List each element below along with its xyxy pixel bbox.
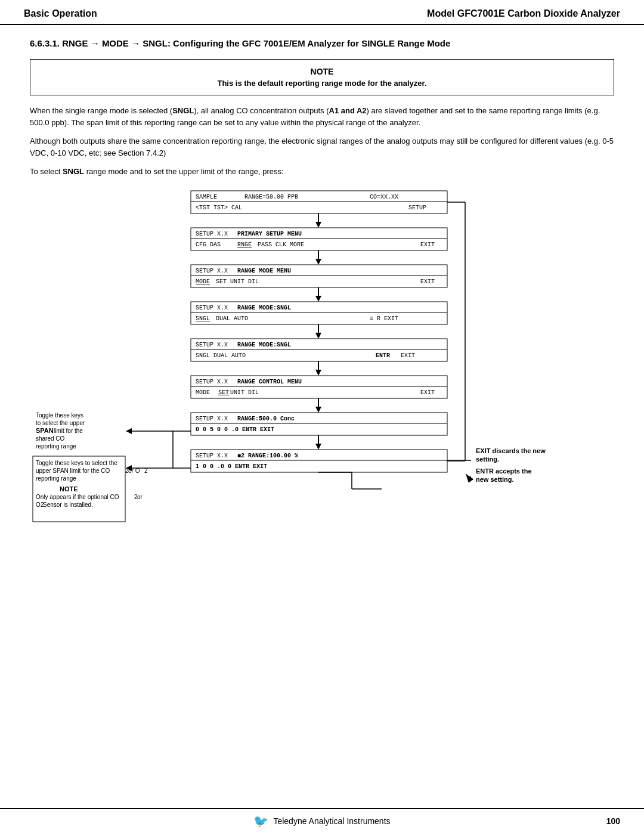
- svg-marker-55: [315, 407, 321, 413]
- svg-text:limit for the: limit for the: [54, 428, 83, 434]
- svg-text:SETUP X.X: SETUP X.X: [196, 342, 228, 348]
- svg-text:O: O: [36, 501, 41, 508]
- svg-text:SETUP X.X: SETUP X.X: [196, 268, 228, 274]
- svg-text:or: or: [137, 494, 143, 500]
- svg-text:0    0    5    0    0    .0  E: 0 0 5 0 0 .0 ENTR EXIT: [196, 426, 274, 433]
- svg-text:RANGE CONTROL MENU: RANGE CONTROL MENU: [237, 379, 302, 385]
- footer-brand: Teledyne Analytical Instruments: [273, 816, 390, 826]
- svg-text:SET: SET: [218, 389, 229, 396]
- svg-text:SETUP: SETUP: [408, 205, 426, 211]
- svg-text:<TST  TST>  CAL: <TST TST> CAL: [196, 205, 242, 211]
- svg-text:new setting.: new setting.: [476, 476, 514, 483]
- svg-text:EXIT: EXIT: [420, 389, 435, 396]
- svg-text:Toggle these keys to select th: Toggle these keys to select the: [36, 460, 117, 466]
- svg-marker-18: [315, 259, 321, 265]
- svg-marker-78: [126, 428, 132, 434]
- svg-text:Sensor is installed.: Sensor is installed.: [43, 501, 93, 508]
- logo-icon: 🐦: [253, 814, 268, 828]
- header-left: Basic Operation: [24, 8, 97, 19]
- svg-text:SNGL: SNGL: [196, 315, 210, 322]
- svg-text:RANGE MODE:SNGL: RANGE MODE:SNGL: [237, 342, 291, 348]
- paragraph-2: Although both outputs share the same con…: [30, 135, 614, 159]
- svg-text:RANGE MODE MENU: RANGE MODE MENU: [237, 268, 291, 274]
- svg-text:1    0    0    .0    0        : 1 0 0 .0 0 ENTR EXIT: [196, 463, 267, 470]
- note-body: This is the default reporting range mode…: [42, 79, 602, 88]
- svg-marker-8: [315, 222, 321, 228]
- paragraph-3: To select SNGL range mode and to set the…: [30, 166, 614, 178]
- svg-text:EXIT: EXIT: [401, 352, 415, 359]
- svg-text:ENTR: ENTR: [376, 352, 390, 359]
- svg-text:SAMPLE: SAMPLE: [196, 194, 217, 200]
- svg-text:SETUP X.X: SETUP X.X: [196, 453, 228, 459]
- svg-text:RANGE MODE:SNGL: RANGE MODE:SNGL: [237, 305, 291, 311]
- svg-text:Only appears if the optional C: Only appears if the optional CO: [36, 494, 119, 500]
- svg-text:2: 2: [144, 467, 148, 474]
- paragraph-1: When the single range mode is selected (…: [30, 105, 614, 128]
- diagram-container: .mono { font-family: 'Courier New', Cour…: [30, 185, 614, 604]
- svg-text:SETUP X.X: SETUP X.X: [196, 231, 228, 237]
- svg-text:DUAL  AUTO: DUAL AUTO: [216, 315, 248, 322]
- svg-text:Toggle these keys: Toggle these keys: [36, 412, 83, 419]
- svg-text:RANGE=50.00 PPB: RANGE=50.00 PPB: [244, 194, 298, 200]
- svg-text:■2 RANGE:100.00 %: ■2 RANGE:100.00 %: [237, 453, 298, 459]
- svg-text:SETUP X.X: SETUP X.X: [196, 416, 228, 422]
- svg-text:ENTR accepts the: ENTR accepts the: [476, 467, 532, 475]
- svg-text:setting.: setting.: [476, 456, 499, 463]
- svg-text:MODE: MODE: [196, 389, 210, 396]
- page-header: Basic Operation Model GFC7001E Carbon Di…: [0, 0, 644, 25]
- svg-marker-62: [315, 444, 321, 450]
- svg-text:to select the upper: to select the upper: [36, 420, 85, 426]
- svg-text:NOTE: NOTE: [60, 485, 78, 493]
- svg-text:EXIT discards the new: EXIT discards the new: [476, 447, 546, 454]
- svg-text:SETUP X.X: SETUP X.X: [196, 379, 228, 385]
- page: Basic Operation Model GFC7001E Carbon Di…: [0, 0, 644, 833]
- svg-marker-36: [315, 333, 321, 339]
- svg-text:MODE: MODE: [196, 278, 210, 285]
- footer-logo: 🐦 Teledyne Analytical Instruments: [253, 814, 390, 828]
- svg-text:CO=XX.XX: CO=XX.XX: [370, 194, 398, 200]
- note-box: NOTE This is the default reporting range…: [30, 59, 614, 95]
- svg-text:SETUP X.X: SETUP X.X: [196, 305, 228, 311]
- svg-marker-27: [315, 296, 321, 302]
- svg-text:EXIT: EXIT: [420, 278, 435, 285]
- svg-text:PASS  CLK  MORE: PASS CLK MORE: [258, 241, 304, 248]
- svg-text:SET  UNIT  DIL: SET UNIT DIL: [216, 278, 259, 285]
- main-content: 6.6.3.1. RNGE → MODE → SNGL: Configuring…: [0, 25, 644, 808]
- page-footer: 🐦 Teledyne Analytical Instruments 100: [0, 808, 644, 833]
- svg-marker-45: [315, 370, 321, 376]
- svg-text:upper SPAN limit for the CO: upper SPAN limit for the CO: [36, 467, 110, 474]
- svg-text:CFG  DAS: CFG DAS: [196, 241, 221, 248]
- svg-text:≡  R  EXIT: ≡ R EXIT: [370, 315, 398, 322]
- svg-text:reporting range: reporting range: [36, 475, 76, 482]
- svg-rect-9: [191, 228, 447, 250]
- diagram-svg: .mono { font-family: 'Courier New', Cour…: [30, 185, 614, 602]
- svg-text:RNGE: RNGE: [237, 241, 252, 248]
- svg-text:UNIT  DIL: UNIT DIL: [230, 389, 259, 396]
- svg-text:SPAN: SPAN: [36, 427, 54, 434]
- svg-text:SNGL  DUAL  AUTO: SNGL DUAL AUTO: [196, 352, 246, 359]
- svg-text:PRIMARY SETUP MENU: PRIMARY SETUP MENU: [237, 231, 302, 237]
- svg-text:RANGE:500.0 Conc: RANGE:500.0 Conc: [237, 416, 295, 422]
- svg-text:EXIT: EXIT: [420, 241, 435, 248]
- svg-text:shared CO: shared CO: [36, 435, 65, 442]
- header-right: Model GFC7001E Carbon Dioxide Analyzer: [427, 8, 620, 19]
- section-title: 6.6.3.1. RNGE → MODE → SNGL: Configuring…: [30, 37, 614, 49]
- svg-rect-46: [191, 376, 447, 398]
- note-title: NOTE: [42, 67, 602, 76]
- svg-text:reporting range: reporting range: [36, 443, 76, 450]
- svg-text:or O: or O: [128, 467, 140, 474]
- page-number: 100: [606, 816, 620, 826]
